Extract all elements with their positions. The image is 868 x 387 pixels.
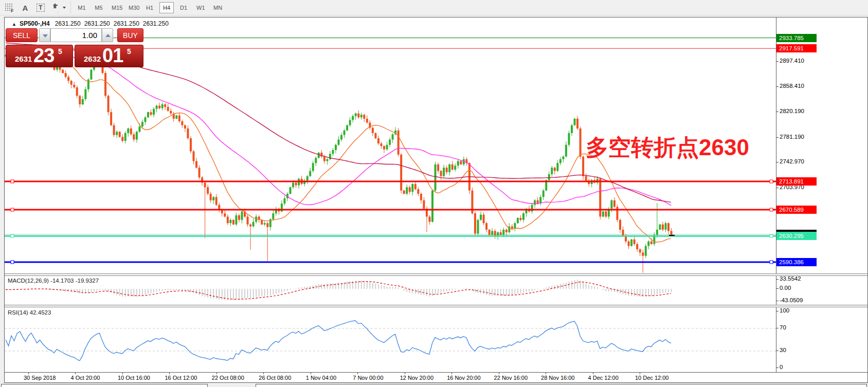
price-tick-2858.410: 2858.410	[780, 83, 804, 89]
hline-handle[interactable]	[11, 234, 14, 237]
time-tick	[263, 373, 264, 374]
hline-handle[interactable]	[770, 180, 773, 183]
time-label: 16 Nov 20:00	[447, 375, 480, 381]
up-arrow-icon	[105, 34, 111, 37]
rsi-pane-separator[interactable]	[5, 305, 867, 307]
rsi-tick-100: 100	[780, 307, 789, 314]
time-label: 1 Nov 04:00	[306, 375, 336, 381]
level-badge-2670.589: 2670.589	[776, 206, 817, 214]
hline-handle[interactable]	[11, 261, 14, 264]
collapse-triangle-icon[interactable]: ▲	[12, 22, 16, 27]
timeframe-H4[interactable]: H4	[159, 2, 174, 13]
ask-point: 5	[127, 47, 131, 56]
macd-tick--43.0509: -43.0509	[780, 297, 803, 303]
hline-handle[interactable]	[770, 261, 773, 264]
time-tick	[357, 373, 358, 374]
level-badge-2713.891: 2713.891	[776, 177, 817, 186]
time-label: 10 Dec 12:00	[635, 375, 668, 381]
timeframe-M30[interactable]: M30	[125, 2, 142, 13]
rsi-tick-70: 70	[780, 324, 786, 330]
high-value: 2631.250	[84, 20, 110, 27]
text-label-icon: A	[23, 4, 28, 12]
sell-button[interactable]: SELL	[6, 28, 38, 42]
close-value: 2631.250	[143, 20, 169, 27]
volume-input[interactable]	[50, 28, 102, 42]
time-tick	[499, 373, 499, 374]
text-box-tool[interactable]: T	[34, 2, 47, 14]
time-label: 4 Dec 12:00	[588, 375, 619, 381]
time-tick	[75, 373, 76, 374]
macd-tick-33.5542: 33.5542	[780, 275, 801, 282]
svg-text:F: F	[11, 8, 14, 13]
price-tick-2781.190: 2781.190	[780, 134, 804, 140]
docked-windows-edge	[0, 383, 868, 387]
chart-annotation-text: 多空转折点2630	[586, 133, 749, 163]
time-label: 26 Oct 08:00	[259, 375, 291, 381]
text-label-tool[interactable]: A	[19, 2, 32, 14]
time-tick	[311, 373, 311, 374]
macd-main-value: -14.1703	[50, 278, 74, 284]
macd-histogram	[6, 280, 672, 300]
time-tick	[405, 373, 405, 374]
time-axis[interactable]: 30 Sep 20184 Oct 20:0010 Oct 16:0016 Oct…	[5, 373, 867, 382]
price-axis[interactable]: 2897.4102858.4102820.1902781.1902742.970…	[776, 17, 867, 372]
volume-decrease-button[interactable]	[39, 28, 50, 42]
level-badge-2590.386: 2590.386	[776, 258, 817, 266]
level-badge-2630.295: 2630.295	[776, 232, 817, 240]
time-tick	[169, 373, 170, 374]
level-badge-2917.591: 2917.591	[776, 44, 817, 52]
arrows-tool[interactable]	[49, 2, 67, 14]
time-label: 30 Sep 2018	[24, 375, 56, 381]
chart-window: ▲SP500-,H42631.2502631.2502631.2502631.2…	[4, 17, 868, 383]
price-tick-2820.190: 2820.190	[780, 108, 804, 114]
macd-pane-separator[interactable]	[5, 273, 867, 276]
one-click-trading-panel: SELL BUY 2631 23 5 2632 01 5	[6, 28, 143, 67]
dock-box-right	[256, 384, 867, 387]
chart-canvas[interactable]	[5, 17, 867, 382]
fibonacci-tool-icon[interactable]: F	[3, 2, 16, 14]
macd-tick-0.00: 0.00	[780, 285, 791, 291]
level-badge-2933.785: 2933.785	[776, 34, 817, 42]
timeframe-W1[interactable]: W1	[193, 2, 208, 13]
buy-button[interactable]: BUY	[117, 28, 143, 42]
timeframe-M15[interactable]: M15	[109, 2, 125, 13]
hline-handle[interactable]	[770, 234, 773, 237]
hline-handle[interactable]	[770, 208, 773, 211]
hline-handle[interactable]	[11, 180, 14, 183]
bid-pips: 23	[33, 45, 54, 67]
time-label: 12 Nov 20:00	[400, 375, 433, 381]
rsi-tick-30: 30	[780, 347, 786, 353]
time-tick	[640, 373, 640, 374]
time-label: 22 Nov 16:00	[494, 375, 528, 381]
time-tick	[593, 373, 593, 374]
time-tick	[546, 373, 546, 374]
toolbar-separator	[70, 2, 71, 14]
down-arrow-icon	[43, 34, 48, 38]
bid-price-box[interactable]: 2631 23 5	[6, 45, 73, 67]
price-tick-2897.410: 2897.410	[780, 58, 804, 64]
price-tick-2742.970: 2742.970	[780, 158, 804, 164]
ask-handle: 2632	[84, 54, 101, 63]
time-tick	[122, 373, 123, 374]
rsi-value: 42.4523	[30, 309, 51, 316]
timeframe-MN[interactable]: MN	[210, 2, 225, 13]
candles-layer	[5, 44, 673, 273]
low-value: 2631.250	[114, 20, 139, 27]
time-label: 22 Oct 08:00	[212, 375, 244, 381]
hline-handle[interactable]	[11, 208, 14, 211]
open-value: 2631.250	[55, 20, 81, 27]
volume-increase-button[interactable]	[102, 28, 113, 42]
time-tick	[451, 373, 452, 374]
time-tick	[216, 373, 217, 374]
timeframe-D1[interactable]: D1	[176, 2, 191, 13]
timeframe-H1[interactable]: H1	[142, 2, 157, 13]
rsi-indicator-label: RSI(14) 42.4523	[8, 309, 51, 316]
rsi-tick-0: 0	[780, 364, 783, 370]
timeframe-M5[interactable]: M5	[92, 2, 106, 13]
arrows-icon	[50, 3, 66, 13]
mt4-platform: F A T M1M5M15M30H1H4D1W1MN ▲SP500-,	[0, 0, 868, 387]
macd-signal-value: -19.9327	[76, 278, 99, 284]
ask-price-box[interactable]: 2632 01 5	[75, 45, 143, 67]
chart-title: ▲SP500-,H42631.2502631.2502631.2502631.2…	[12, 20, 172, 27]
timeframe-M1[interactable]: M1	[75, 2, 89, 13]
